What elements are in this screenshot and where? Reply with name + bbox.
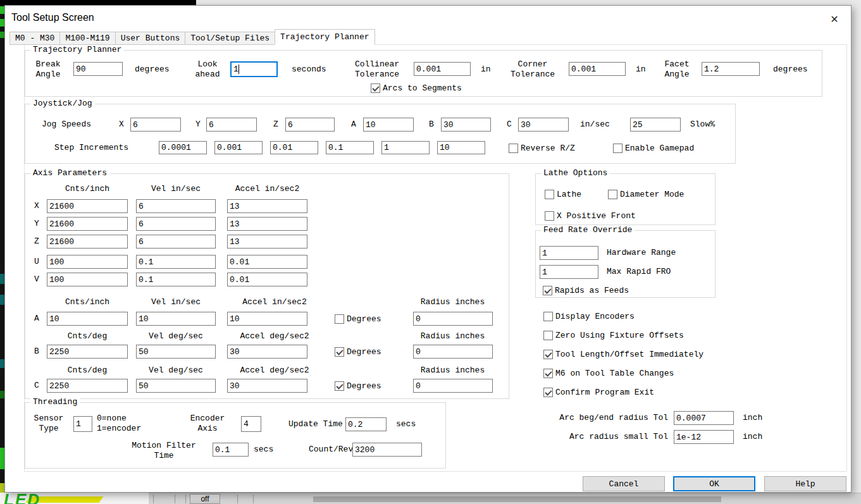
corner-tolerance-input[interactable]: [569, 62, 626, 76]
jog-speed-x-input[interactable]: [130, 118, 181, 132]
cancel-button[interactable]: Cancel: [583, 476, 665, 491]
background-led-text: LED: [4, 493, 40, 504]
count-rev-input[interactable]: [352, 443, 422, 457]
c-radius-input[interactable]: [413, 379, 493, 393]
y-vel-input[interactable]: [136, 217, 216, 231]
tab-trajectory-planner[interactable]: Trajectory Planner: [275, 29, 375, 45]
slow-percent-input[interactable]: [630, 118, 681, 132]
jog-axis-b-label: B: [429, 120, 434, 130]
x-accel-input[interactable]: [227, 199, 307, 213]
diameter-mode-checkbox[interactable]: [608, 190, 617, 199]
tab-m0-m30[interactable]: M0 - M30: [9, 32, 60, 45]
look-ahead-input[interactable]: 1: [230, 61, 278, 77]
step-increment-6-input[interactable]: [437, 141, 485, 154]
step-increment-1-input[interactable]: [159, 141, 207, 154]
tool-length-offset-checkbox[interactable]: [543, 350, 553, 359]
motion-filter-time-input[interactable]: [213, 443, 249, 457]
z-vel-input[interactable]: [136, 235, 216, 249]
toolbar-separator: [175, 495, 175, 503]
close-icon[interactable]: ✕: [826, 11, 843, 27]
b-accel-input[interactable]: [227, 345, 307, 359]
background-toolbar: off: [149, 493, 861, 504]
max-rapid-fro-input[interactable]: [540, 265, 598, 279]
a-vel-input[interactable]: [136, 312, 216, 326]
jog-speed-z-input[interactable]: [285, 118, 335, 132]
tab-m100-m119[interactable]: M100-M119: [59, 32, 115, 45]
jog-speed-y-input[interactable]: [206, 118, 257, 132]
lathe-checkbox[interactable]: [545, 190, 554, 199]
accel-header: Accel in/sec2: [227, 184, 307, 194]
v-accel-input[interactable]: [227, 273, 307, 286]
c-accel-input[interactable]: [227, 379, 307, 393]
m6-tool-table-checkbox[interactable]: [543, 369, 553, 378]
sensor-type-input[interactable]: [73, 416, 92, 432]
arc-radius-small-tol-input[interactable]: [674, 430, 734, 444]
jog-speeds-label: Jog Speeds: [42, 120, 91, 130]
x-vel-input[interactable]: [136, 199, 216, 213]
collinear-tolerance-label: Collinear Tolerance: [352, 59, 402, 80]
arc-beg-end-tol-input[interactable]: [674, 411, 734, 425]
u-vel-input[interactable]: [136, 255, 216, 269]
u-cnts-input[interactable]: [47, 255, 128, 269]
u-accel-input[interactable]: [227, 255, 307, 269]
c-cnts-input[interactable]: [47, 379, 128, 393]
b-vel-input[interactable]: [136, 345, 216, 359]
step-increment-5-input[interactable]: [381, 141, 430, 154]
confirm-program-exit-checkbox[interactable]: [543, 388, 553, 397]
c-vel-header: Vel deg/sec: [136, 366, 216, 376]
hardware-range-input[interactable]: [540, 246, 598, 260]
jog-axis-c-label: C: [507, 120, 512, 130]
b-degrees-checkbox[interactable]: [335, 347, 344, 357]
update-time-input[interactable]: [345, 417, 387, 431]
jog-axis-x-label: X: [119, 120, 124, 130]
zero-fixture-offsets-checkbox[interactable]: [543, 331, 553, 340]
encoder-axis-label: Encoder Axis: [179, 414, 236, 434]
a-radius-input[interactable]: [413, 312, 493, 326]
background-led-green: [0, 19, 4, 27]
collinear-tolerance-input[interactable]: [414, 62, 471, 76]
cnts-inch-header: Cnts/inch: [47, 184, 128, 194]
a-accel-header: Accel in/sec2: [227, 297, 322, 307]
encoder-axis-input[interactable]: [241, 416, 261, 432]
display-encoders-checkbox[interactable]: [543, 312, 553, 321]
b-cnts-input[interactable]: [47, 345, 128, 359]
c-degrees-checkbox[interactable]: [335, 381, 344, 391]
background-led-green: [0, 6, 4, 14]
hardware-range-label: Hardware Range: [607, 248, 676, 258]
y-accel-input[interactable]: [227, 217, 307, 231]
rapids-as-feeds-checkbox[interactable]: [543, 286, 552, 295]
v-cnts-input[interactable]: [47, 273, 128, 286]
reverse-rz-checkbox[interactable]: [509, 144, 518, 153]
enable-gamepad-checkbox[interactable]: [613, 144, 623, 153]
a-degrees-checkbox[interactable]: [335, 314, 344, 324]
jog-speed-a-input[interactable]: [363, 118, 414, 132]
a-accel-input[interactable]: [227, 312, 307, 326]
axis-a-label: A: [34, 314, 39, 324]
tab-tool-setup-files[interactable]: Tool/Setup Files: [185, 32, 275, 45]
help-button[interactable]: Help: [764, 476, 846, 491]
x-positive-front-checkbox[interactable]: [545, 211, 554, 221]
arcs-to-segments-checkbox[interactable]: [371, 83, 380, 93]
ok-button[interactable]: OK: [673, 476, 755, 491]
break-angle-input[interactable]: [73, 62, 123, 76]
step-increment-3-input[interactable]: [270, 141, 318, 154]
tab-user-buttons[interactable]: User Buttons: [115, 32, 186, 45]
c-vel-input[interactable]: [136, 379, 216, 393]
a-cnts-input[interactable]: [47, 312, 128, 326]
toolbar-separator: [253, 495, 254, 503]
jog-speed-b-input[interactable]: [441, 118, 491, 132]
z-accel-input[interactable]: [227, 235, 307, 249]
v-vel-input[interactable]: [136, 273, 216, 286]
arc-radius-small-tol-unit: inch: [743, 432, 762, 442]
display-encoders-row: Display Encoders: [543, 311, 635, 321]
jog-speed-c-input[interactable]: [518, 118, 569, 132]
display-encoders-label: Display Encoders: [555, 312, 635, 321]
y-cnts-input[interactable]: [47, 217, 128, 231]
step-increment-4-input[interactable]: [326, 141, 374, 154]
facet-angle-input[interactable]: [702, 62, 760, 76]
z-cnts-input[interactable]: [47, 235, 128, 249]
background-off-button[interactable]: off: [190, 494, 220, 504]
b-radius-input[interactable]: [413, 345, 493, 359]
step-increment-2-input[interactable]: [214, 141, 263, 154]
x-cnts-input[interactable]: [47, 199, 128, 213]
